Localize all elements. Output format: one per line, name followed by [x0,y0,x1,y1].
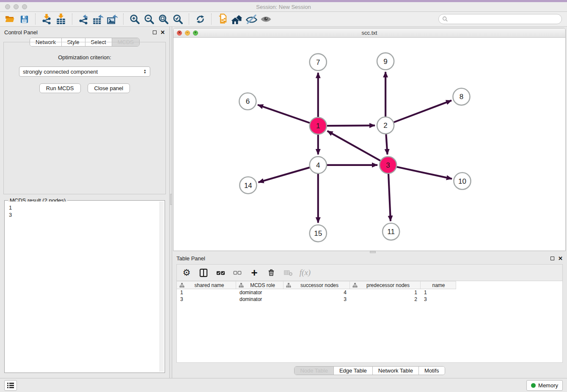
toolbar-separator [72,14,72,25]
hide-details-button[interactable] [245,13,258,25]
search-icon [442,16,448,22]
graph-node-4[interactable]: 4 [310,157,327,174]
gear-icon: ⚙ [183,268,191,278]
graph-edge-1-2[interactable] [327,125,375,126]
node-table[interactable]: shared nameMCDS rolesuccessor nodesprede… [176,281,563,363]
result-line[interactable]: 1 [9,204,161,211]
cell-name[interactable]: 3 [421,296,456,303]
graph-edge-4-14[interactable] [258,167,310,182]
status-bar: Memory [0,378,567,392]
column-header-name[interactable]: name [421,282,456,289]
column-label: shared name [184,282,234,288]
table-row[interactable]: 1dominator411 [177,289,456,296]
splitter-handle[interactable] [370,251,376,253]
cell-successor-nodes[interactable]: 4 [284,289,350,296]
export-network-button[interactable] [77,13,90,25]
close-panel-icon[interactable]: ✕ [558,256,563,261]
graph-edge-3-10[interactable] [396,167,452,179]
save-session-button[interactable] [18,13,30,25]
export-image-button[interactable] [106,13,118,25]
graph-node-11[interactable]: 11 [383,223,399,240]
result-line[interactable]: 3 [9,211,161,218]
network-canvas[interactable]: 7968124314101511 [173,38,565,251]
graph-node-2[interactable]: 2 [377,117,394,134]
import-network-icon [41,14,52,25]
network-graph[interactable]: 7968124314101511 [173,38,565,251]
table-settings-button[interactable]: ⚙ [181,267,192,278]
import-table-button[interactable] [55,13,67,25]
tab-network-table[interactable]: Network Table [372,367,418,375]
zoom-in-button[interactable] [128,13,141,25]
cell-MCDS-role[interactable]: dominator [236,289,284,296]
cell-successor-nodes[interactable]: 3 [284,296,350,303]
cell-predecessor-nodes[interactable]: 1 [350,289,421,296]
column-header-successor-nodes[interactable]: successor nodes [284,282,350,289]
tab-edge-table[interactable]: Edge Table [333,367,372,375]
table-tabs: Node TableEdge TableNetwork TableMotifs [294,366,445,375]
close-panel-button[interactable]: Close panel [88,83,130,93]
column-header-MCDS-role[interactable]: MCDS role [236,282,284,289]
graph-node-9[interactable]: 9 [377,53,394,70]
svg-text:14: 14 [244,182,252,190]
graph-node-15[interactable]: 15 [310,225,327,242]
graph-node-8[interactable]: 8 [453,88,470,105]
column-label: successor nodes [291,282,348,288]
column-header-predecessor-nodes[interactable]: predecessor nodes [350,282,421,289]
mcds-result-list[interactable]: 13 [6,202,164,372]
graph-edge-2-8[interactable] [394,100,451,122]
result-scrollbar[interactable] [160,202,164,372]
network-from-selection-button[interactable] [216,13,229,25]
graph-node-7[interactable]: 7 [310,54,327,71]
zoom-fit-icon [158,14,169,25]
graph-node-10[interactable]: 10 [454,173,471,190]
task-history-button[interactable] [4,380,17,391]
graph-node-1[interactable]: 1 [310,117,327,134]
toolbar-separator [211,14,212,25]
search-input[interactable] [450,16,558,22]
add-column-button[interactable]: + [249,267,260,278]
graph-edge-3-1[interactable] [328,131,381,161]
column-header-shared-name[interactable]: shared name [177,282,236,289]
memory-button[interactable]: Memory [526,380,563,391]
export-table-button[interactable] [91,13,104,25]
deselect-all-button[interactable] [232,267,243,278]
float-panel-icon[interactable] [153,30,157,34]
cell-MCDS-role[interactable]: dominator [236,296,284,303]
cell-name[interactable]: 1 [421,289,456,296]
vertical-splitter[interactable] [169,27,172,378]
graph-edge-2-3[interactable] [386,134,387,155]
save-floppy-icon [19,14,29,24]
zoom-out-button[interactable] [143,13,155,25]
splitter-handle[interactable] [170,194,172,205]
graph-node-6[interactable]: 6 [239,93,256,110]
tab-node-table[interactable]: Node Table [295,367,333,375]
table-row[interactable]: 3dominator323 [177,296,456,303]
graph-node-14[interactable]: 14 [239,177,256,194]
graph-node-3[interactable]: 3 [380,157,396,174]
search-field[interactable] [438,14,562,24]
show-details-button[interactable] [259,13,272,25]
refresh-icon [195,14,206,25]
cell-predecessor-nodes[interactable]: 2 [350,296,421,303]
show-columns-button[interactable] [198,267,209,278]
zoom-selected-button[interactable] [171,13,184,25]
run-mcds-button[interactable]: Run MCDS [39,83,81,93]
delete-column-button[interactable] [266,267,277,278]
refresh-view-button[interactable] [194,13,206,25]
float-panel-icon[interactable] [550,257,554,260]
close-panel-icon[interactable]: ✕ [160,30,165,35]
tab-motifs[interactable]: Motifs [418,367,445,375]
graph-edge-1-6[interactable] [258,105,310,123]
open-session-button[interactable] [3,13,16,25]
table-toolbar: ⚙ [176,264,563,281]
criterion-select[interactable]: strongly connected component ▲▼ [19,66,150,77]
zoom-fit-button[interactable] [157,13,170,25]
select-all-button[interactable] [215,267,226,278]
column-type-icon [286,283,291,288]
home-layout-button[interactable] [231,13,243,25]
import-network-button[interactable] [40,13,53,25]
horizontal-splitter[interactable] [172,251,567,253]
graph-edge-3-11[interactable] [388,174,391,221]
cell-shared-name[interactable]: 1 [177,289,236,296]
cell-shared-name[interactable]: 3 [177,296,236,303]
